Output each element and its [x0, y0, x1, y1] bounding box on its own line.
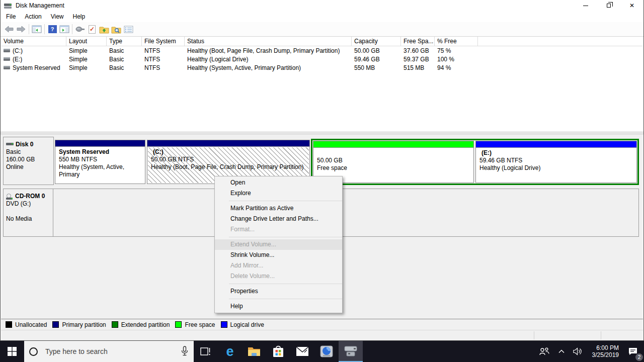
taskbar-app-mail[interactable]: [290, 341, 314, 362]
taskbar-app-store[interactable]: [266, 341, 290, 362]
check-document-button[interactable]: ✓: [86, 23, 98, 35]
disk-type: Basic: [6, 148, 51, 156]
legend-primary-partition: Primary partition: [52, 321, 106, 328]
menu-item-open[interactable]: Open: [215, 177, 342, 188]
taskbar-app-defrag-tool[interactable]: [314, 341, 339, 362]
properties-list-button[interactable]: [122, 23, 134, 35]
legend-logical-drive: Logical drive: [221, 321, 264, 328]
close-icon: ✕: [629, 3, 634, 9]
menu-separator: [229, 237, 342, 237]
tools-button[interactable]: [74, 23, 86, 35]
titlebar: Disk Management ✕: [1, 0, 643, 11]
show-action-pane-icon: [59, 25, 69, 33]
menu-item-help[interactable]: Help: [215, 301, 342, 312]
open-folder-up-icon: [99, 25, 109, 34]
column-header-pct-free[interactable]: % Free: [435, 37, 478, 46]
open-folder-button[interactable]: [98, 23, 110, 35]
menu-separator: [229, 284, 342, 284]
menu-help[interactable]: Help: [68, 12, 90, 22]
find-folder-icon: [111, 25, 121, 34]
back-button[interactable]: [3, 23, 15, 35]
cdrom-media: No Media: [6, 215, 51, 223]
volume-list-header: Volume Layout Type File System Status Ca…: [1, 37, 643, 46]
start-button[interactable]: [0, 341, 24, 362]
menu-item-mark-partition-active[interactable]: Mark Partition as Active: [215, 203, 342, 214]
find-folder-button[interactable]: [110, 23, 122, 35]
table-row[interactable]: (C:) Simple Basic NTFS Healthy (Boot, Pa…: [1, 46, 643, 55]
free-space-swatch: [175, 321, 182, 328]
back-icon: [4, 26, 14, 33]
column-header-status[interactable]: Status: [185, 37, 352, 46]
disk-size: 160.00 GB: [6, 156, 51, 163]
forward-icon: [16, 26, 26, 33]
forward-button[interactable]: [15, 23, 27, 35]
partition-e[interactable]: (E:) 59.46 GB NTFS Healthy (Logical Driv…: [475, 141, 637, 183]
column-header-capacity[interactable]: Capacity: [352, 37, 401, 46]
legend-extended-partition: Extended partition: [112, 321, 170, 328]
menu-file[interactable]: File: [2, 12, 20, 22]
volume-fs: NTFS: [142, 47, 185, 54]
close-button[interactable]: ✕: [620, 0, 643, 11]
search-box[interactable]: [24, 341, 194, 362]
people-icon: [539, 347, 550, 356]
cdrom-empty-region[interactable]: [53, 189, 639, 237]
file-explorer-icon: [248, 346, 261, 357]
minimize-button[interactable]: [574, 0, 597, 11]
free-space-label: Free space: [317, 164, 471, 172]
partition-size: 550 MB NTFS: [59, 156, 142, 163]
column-header-layout[interactable]: Layout: [66, 37, 107, 46]
cdrom-label-panel[interactable]: CD-ROM 0 DVD (G:) No Media: [3, 189, 54, 237]
taskbar-app-file-explorer[interactable]: [242, 341, 266, 362]
column-header-blank: [478, 37, 643, 46]
menu-item-explore[interactable]: Explore: [215, 188, 342, 199]
clock[interactable]: 6:00 PM 3/25/2019: [588, 344, 623, 358]
volume-button[interactable]: [570, 341, 586, 362]
task-view-icon: [200, 346, 211, 356]
disk0-label-panel[interactable]: Disk 0 Basic 160.00 GB Online: [3, 137, 54, 185]
help-button[interactable]: ?: [46, 23, 58, 35]
volume-layout: Simple: [66, 47, 107, 54]
volume-free: 59.37 GB: [401, 56, 435, 63]
show-console-tree-button[interactable]: [31, 23, 43, 35]
show-console-tree-icon: [32, 25, 42, 33]
volume-status: Healthy (System, Active, Primary Partiti…: [185, 64, 352, 71]
table-row[interactable]: System Reserved Simple Basic NTFS Health…: [1, 63, 643, 72]
column-header-file-system[interactable]: File System: [142, 37, 185, 46]
volume-icon: [4, 66, 10, 69]
disk-icon: [6, 142, 14, 147]
legend-bar: Unallocated Primary partition Extended p…: [1, 319, 643, 330]
search-input[interactable]: [44, 347, 181, 356]
properties-list-icon: [124, 26, 133, 33]
notification-badge: 2: [635, 353, 643, 361]
show-hidden-icons-button[interactable]: [555, 341, 568, 362]
legend-label: Primary partition: [62, 321, 106, 328]
column-header-type[interactable]: Type: [107, 37, 142, 46]
menu-item-properties[interactable]: Properties: [215, 286, 342, 297]
menu-view[interactable]: View: [46, 12, 68, 22]
taskbar-app-edge[interactable]: e: [218, 341, 242, 362]
people-button[interactable]: [536, 341, 553, 362]
restore-button[interactable]: [597, 0, 620, 11]
partition-system-reserved[interactable]: System Reserved 550 MB NTFS Healthy (Sys…: [55, 140, 145, 184]
start-icon: [8, 347, 17, 356]
microphone-icon[interactable]: [181, 346, 189, 357]
cortana-icon: [29, 347, 38, 356]
partition-status: Healthy (Boot, Page File, Crash Dump, Pr…: [151, 163, 307, 171]
table-row[interactable]: (E:) Simple Basic NTFS Healthy (Logical …: [1, 55, 643, 63]
clock-date: 3/25/2019: [592, 351, 619, 358]
column-header-volume[interactable]: Volume: [1, 37, 66, 46]
task-view-button[interactable]: [194, 341, 218, 362]
disk-status: Online: [6, 163, 51, 171]
taskbar-app-disk-management[interactable]: [339, 341, 363, 362]
show-action-pane-button[interactable]: [58, 23, 70, 35]
menu-item-change-drive-letter[interactable]: Change Drive Letter and Paths...: [215, 214, 342, 224]
menu-item-shrink-volume[interactable]: Shrink Volume...: [215, 250, 342, 260]
menu-separator: [229, 201, 342, 201]
volume-fs: NTFS: [142, 56, 185, 63]
menu-action[interactable]: Action: [20, 12, 46, 22]
menu-item-extend-volume: Extend Volume...: [215, 239, 342, 250]
volume-name: (E:): [13, 56, 22, 63]
volume-status: Healthy (Boot, Page File, Crash Dump, Pr…: [185, 47, 352, 54]
column-header-free-space[interactable]: Free Spa...: [401, 37, 435, 46]
action-center-button[interactable]: 2: [625, 341, 641, 362]
